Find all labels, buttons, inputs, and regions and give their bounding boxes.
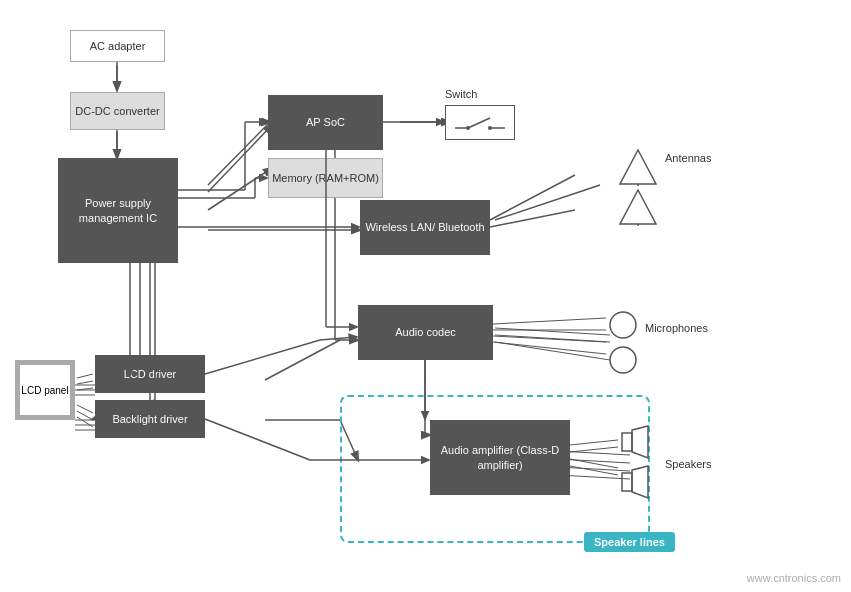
svg-line-25: [495, 335, 610, 342]
svg-marker-40: [620, 190, 656, 224]
audio-amp-block: Audio amplifier (Class-D amplifier): [430, 420, 570, 495]
antennas-label: Antennas: [665, 152, 711, 164]
switch-block: [445, 105, 515, 140]
svg-rect-44: [622, 433, 632, 451]
ac-adapter-block: AC adapter: [70, 30, 165, 62]
lcd-panel-block: LCD panel: [15, 360, 75, 420]
svg-marker-38: [620, 150, 656, 184]
microphone-icon-2: [608, 345, 638, 375]
svg-line-58: [490, 175, 575, 220]
audio-codec-block: Audio codec: [358, 305, 493, 360]
speaker-lines-legend: Speaker lines: [584, 532, 675, 552]
svg-line-76: [493, 342, 606, 354]
svg-line-24: [495, 328, 610, 335]
svg-line-67: [77, 411, 93, 420]
diagram-container: AC adapter DC-DC converter Power supply …: [0, 0, 851, 592]
svg-line-26: [495, 342, 610, 360]
svg-point-37: [488, 126, 492, 130]
speakers-label: Speakers: [665, 458, 711, 470]
svg-line-66: [77, 405, 93, 413]
switch-icon: [450, 110, 510, 135]
svg-line-21: [265, 340, 340, 380]
svg-point-42: [610, 312, 636, 338]
svg-line-59: [490, 210, 575, 227]
speaker-icon-1: [620, 425, 660, 460]
svg-line-2: [208, 122, 270, 185]
lcd-driver-block: LCD driver: [95, 355, 205, 393]
svg-line-65: [77, 388, 93, 390]
ap-soc-block: AP SoC: [268, 95, 383, 150]
wireless-block: Wireless LAN/ Bluetooth: [360, 200, 490, 255]
svg-line-75: [493, 336, 606, 342]
svg-line-71: [205, 340, 320, 374]
watermark: www.cntronics.com: [747, 572, 841, 584]
psu-block: Power supply management IC: [58, 158, 178, 263]
memory-block: Memory (RAM+ROM): [268, 158, 383, 198]
microphone-icon-1: [608, 310, 638, 340]
antenna-icon-2: [618, 188, 658, 226]
speaker-icon-2: [620, 465, 660, 500]
svg-line-64: [77, 381, 93, 384]
svg-line-4: [208, 125, 272, 192]
svg-line-68: [77, 417, 93, 427]
svg-line-73: [493, 318, 606, 324]
switch-label: Switch: [445, 88, 477, 100]
antenna-icon-1: [618, 148, 658, 186]
backlight-driver-block: Backlight driver: [95, 400, 205, 438]
svg-line-8: [495, 185, 600, 220]
svg-line-78: [205, 419, 310, 460]
svg-rect-46: [622, 473, 632, 491]
svg-line-34: [468, 118, 490, 128]
svg-point-43: [610, 347, 636, 373]
svg-line-5: [208, 168, 272, 210]
svg-marker-45: [632, 426, 648, 458]
microphones-label: Microphones: [645, 322, 708, 334]
svg-point-36: [466, 126, 470, 130]
dc-dc-block: DC-DC converter: [70, 92, 165, 130]
svg-line-63: [77, 374, 93, 378]
svg-marker-47: [632, 466, 648, 498]
svg-line-72: [320, 337, 356, 340]
